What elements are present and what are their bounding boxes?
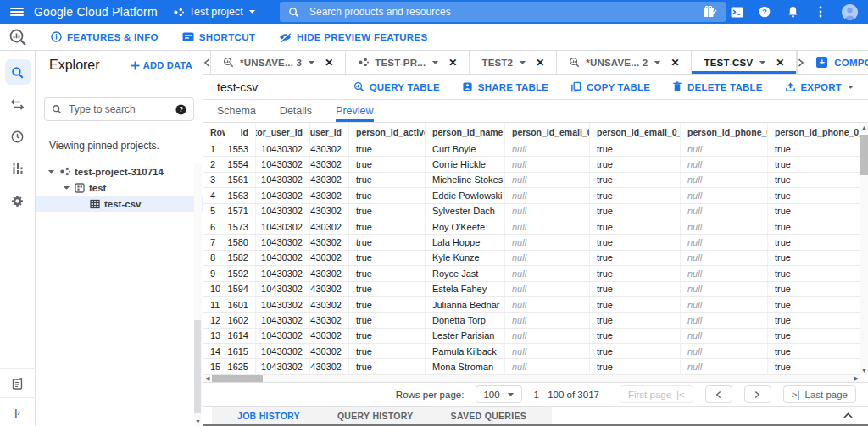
scroll-down-icon[interactable]: ▼ (861, 368, 867, 373)
cloud-shell-icon[interactable] (730, 5, 743, 19)
chevron-down-icon (654, 60, 661, 65)
rail-search-icon[interactable] (5, 59, 31, 85)
scroll-up-icon[interactable]: ▲ (861, 124, 867, 130)
release-notes-icon[interactable] (0, 368, 36, 397)
editor-tab[interactable]: *UNSAVE... 3 ✕ (211, 51, 346, 74)
close-icon[interactable]: ✕ (448, 57, 457, 69)
editor-tab[interactable]: TEST-PR... ✕ (346, 51, 470, 74)
explorer-search-input[interactable]: Type to search ? (44, 97, 194, 121)
view-tab[interactable]: Preview (336, 100, 373, 122)
table-action-button[interactable]: SHARE TABLE (462, 81, 548, 92)
editor-tab-label: TEST-CSV (704, 58, 753, 68)
last-page-button[interactable]: >|Last page (783, 385, 856, 403)
editor-tab[interactable]: TEST-CSV ✕ (692, 51, 797, 74)
rail-transfers-icon[interactable] (5, 91, 31, 117)
dataset-icon (75, 183, 85, 193)
table-action-label: DELETE TABLE (687, 82, 762, 92)
table-action-button[interactable]: COPY TABLE (570, 81, 650, 92)
expand-caret-icon[interactable] (63, 185, 70, 191)
help-icon[interactable]: ? (758, 5, 771, 19)
table-cell: 14 (203, 344, 225, 358)
compose-new-query-button[interactable]: + COMPOSE NEW QUERY (804, 51, 868, 74)
chevron-down-icon[interactable] (308, 60, 315, 65)
close-icon[interactable]: ✕ (536, 57, 544, 69)
chevron-down-icon[interactable] (654, 60, 661, 65)
table-action-button[interactable]: QUERY TABLE (353, 81, 440, 92)
explorer-scrollbar-thumb[interactable] (194, 320, 201, 413)
table-cell: 1602 (225, 313, 256, 327)
help-circle-icon[interactable]: ? (175, 104, 186, 115)
horizontal-scrollbar-thumb[interactable] (212, 375, 263, 382)
collapse-panel-icon[interactable] (843, 407, 853, 424)
rail-history-icon[interactable] (5, 124, 31, 149)
table-cell: 10430302 (256, 329, 310, 343)
close-icon[interactable]: ✕ (776, 57, 784, 69)
view-tab[interactable]: Details (280, 100, 312, 122)
chevron-down-icon[interactable] (431, 60, 439, 65)
chevron-down-icon[interactable] (519, 60, 526, 65)
global-search-input[interactable]: Search products and resources (280, 2, 726, 22)
project-selector[interactable]: Test project (173, 6, 256, 18)
rail-settings-icon[interactable] (5, 188, 31, 213)
rows-per-page-select[interactable]: 100 (476, 385, 521, 403)
product-name[interactable]: Google Cloud Platform (34, 5, 158, 19)
rail-monitoring-icon[interactable] (5, 156, 31, 181)
table-titlebar: test-csv QUERY TABLE SHARE TABLE COPY TA… (203, 75, 868, 100)
history-tab[interactable]: QUERY HISTORY (319, 407, 432, 424)
table-title: test-csv (217, 80, 258, 94)
hide-preview-features-button[interactable]: HIDE PREVIEW FEATURES (279, 32, 427, 42)
table-cell: true (590, 219, 681, 234)
table-cell: Mona Stroman (426, 359, 505, 373)
explorer-scrollbar[interactable]: ▼ (194, 163, 202, 426)
more-vert-icon[interactable] (814, 5, 827, 19)
editor-tab[interactable]: TEST2 ✕ (470, 51, 557, 74)
close-icon[interactable]: ✕ (670, 57, 679, 69)
avatar[interactable] (842, 4, 858, 20)
table-cell: true (768, 173, 860, 187)
vertical-scrollbar[interactable]: ▲ ▼ (860, 123, 868, 375)
scroll-left-icon[interactable]: ◀ (203, 375, 211, 382)
previous-page-button[interactable] (705, 385, 732, 403)
editor-tab-label: TEST-PR... (375, 58, 426, 68)
tree-item[interactable]: test-csv (36, 196, 203, 212)
table-action-button[interactable]: EXPORT (785, 81, 855, 92)
tabs-scroll-right-icon[interactable] (797, 51, 804, 74)
scroll-right-icon[interactable]: ▶ (853, 375, 860, 382)
chevron-down-icon[interactable] (708, 9, 717, 15)
table-cell: true (590, 297, 681, 312)
add-data-button[interactable]: ADD DATA (131, 60, 192, 70)
next-page-button[interactable] (744, 385, 771, 403)
history-tab-label: JOB HISTORY (237, 411, 300, 421)
history-tab[interactable]: JOB HISTORY (219, 407, 319, 424)
table-cell: null (681, 297, 768, 312)
tabs-scroll-left-icon[interactable] (203, 51, 211, 74)
row-range: 1 - 100 of 3017 (534, 390, 599, 400)
table-cell: 1601 (225, 297, 256, 312)
table-cell: 12 (203, 313, 225, 327)
close-icon[interactable]: ✕ (325, 57, 333, 69)
bottom-bar: JOB HISTORYQUERY HISTORYSAVED QUERIES (203, 406, 868, 424)
bigquery-logo[interactable] (0, 24, 36, 50)
first-page-button[interactable]: First page|< (620, 385, 693, 403)
menu-icon[interactable] (0, 6, 34, 18)
horizontal-scrollbar[interactable]: ◀ ▶ (203, 375, 860, 382)
vertical-scrollbar-thumb[interactable] (860, 135, 868, 175)
table-cell: 1554 (225, 157, 256, 171)
expand-caret-icon[interactable] (47, 169, 55, 174)
shortcut-button[interactable]: SHORTCUT (182, 32, 255, 42)
table-action-button[interactable]: DELETE TABLE (672, 81, 762, 92)
editor-tab[interactable]: *UNSAVE... 2 ✕ (557, 51, 692, 74)
view-tab[interactable]: Schema (217, 100, 256, 122)
chevron-down-icon[interactable] (759, 60, 766, 65)
history-tab[interactable]: SAVED QUERIES (432, 407, 545, 424)
notifications-icon[interactable] (786, 5, 799, 19)
tree-item[interactable]: test-project-310714 (36, 163, 203, 180)
features-info-button[interactable]: FEATURES & INFO (51, 31, 159, 42)
table-cell: 7 (203, 235, 225, 249)
table-cell: 1580 (225, 235, 256, 249)
chevron-right-icon (754, 390, 760, 399)
tree-item[interactable]: test (36, 180, 203, 196)
expand-panel-icon[interactable]: |› (0, 397, 36, 426)
table-cell: true (590, 313, 681, 327)
scroll-down-icon[interactable]: ▼ (195, 418, 201, 424)
